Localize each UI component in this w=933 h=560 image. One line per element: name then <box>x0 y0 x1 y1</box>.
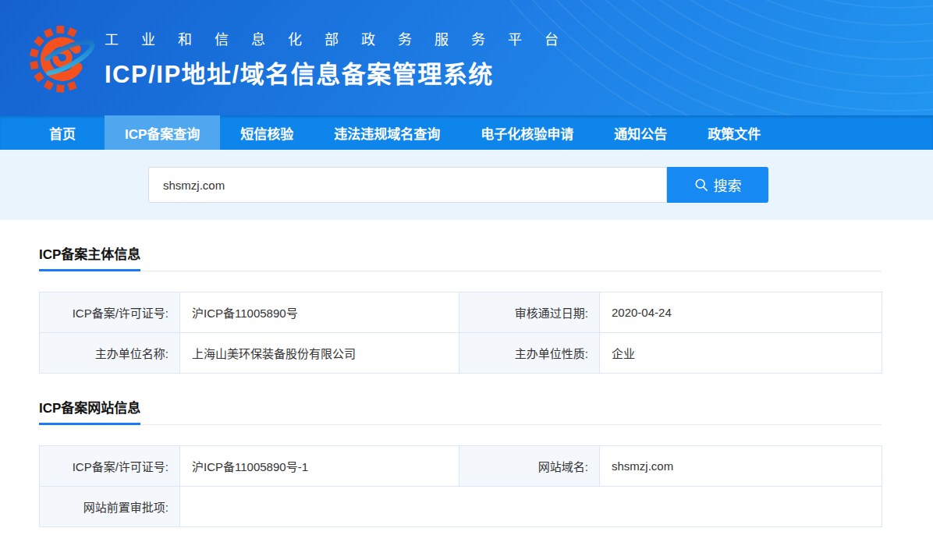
search-button[interactable]: 搜索 <box>667 167 768 203</box>
field-label: 网站域名: <box>459 446 600 487</box>
search-input[interactable] <box>148 167 667 203</box>
field-label: 主办单位性质: <box>459 333 600 374</box>
system-title: ICP/IP地址/域名信息备案管理系统 <box>105 55 581 90</box>
table-row: 网站前置审批项: <box>40 487 882 527</box>
field-label: 网站前置审批项: <box>40 487 180 527</box>
nav-item-policy-documents[interactable]: 政策文件 <box>687 115 781 150</box>
subject-info-section-header: ICP备案主体信息 <box>39 248 882 271</box>
nav-item-illegal-domain-query[interactable]: 违法违规域名查询 <box>314 115 460 150</box>
field-value: 企业 <box>600 333 882 374</box>
field-value: 沪ICP备11005890号-1 <box>180 446 459 487</box>
table-row: ICP备案/许可证号: 沪ICP备11005890号 审核通过日期: 2020-… <box>40 292 882 333</box>
site-logo-icon <box>28 22 97 94</box>
field-value: shsmzj.com <box>600 446 882 487</box>
table-row: 主办单位名称: 上海山美环保装备股份有限公司 主办单位性质: 企业 <box>40 333 882 374</box>
nav-item-sms-verify[interactable]: 短信核验 <box>220 115 314 150</box>
platform-title: 工业和信息化部政务服务平台 <box>105 28 581 48</box>
website-info-table: ICP备案/许可证号: 沪ICP备11005890号-1 网站域名: shsmz… <box>39 445 882 527</box>
magnifier-icon <box>694 178 708 192</box>
subject-info-table: ICP备案/许可证号: 沪ICP备11005890号 审核通过日期: 2020-… <box>39 292 882 374</box>
nav-item-notices[interactable]: 通知公告 <box>594 115 687 150</box>
field-label: 审核通过日期: <box>459 292 600 333</box>
nav-item-electronic-verification[interactable]: 电子化核验申请 <box>460 115 594 150</box>
nav-item-icp-query[interactable]: ICP备案查询 <box>105 115 220 150</box>
site-header: 工业和信息化部政务服务平台 ICP/IP地址/域名信息备案管理系统 <box>0 0 933 115</box>
field-label: ICP备案/许可证号: <box>40 446 180 487</box>
nav-item-home[interactable]: 首页 <box>31 115 94 150</box>
table-row: ICP备案/许可证号: 沪ICP备11005890号-1 网站域名: shsmz… <box>40 446 882 487</box>
website-info-section-header: ICP备案网站信息 <box>39 402 882 425</box>
field-label: 主办单位名称: <box>40 333 180 374</box>
field-label: ICP备案/许可证号: <box>40 292 180 333</box>
subject-info-title: ICP备案主体信息 <box>39 248 140 271</box>
field-value: 沪ICP备11005890号 <box>180 292 459 333</box>
search-section: 搜索 <box>0 150 933 220</box>
field-value: 上海山美环保装备股份有限公司 <box>180 333 459 374</box>
field-value: 2020-04-24 <box>600 292 882 333</box>
result-content: ICP备案主体信息 ICP备案/许可证号: 沪ICP备11005890号 审核通… <box>0 248 933 527</box>
main-nav: 首页 ICP备案查询 短信核验 违法违规域名查询 电子化核验申请 通知公告 政策… <box>0 115 933 150</box>
search-button-label: 搜索 <box>714 175 742 195</box>
field-value <box>180 487 882 527</box>
website-info-title: ICP备案网站信息 <box>39 402 140 425</box>
